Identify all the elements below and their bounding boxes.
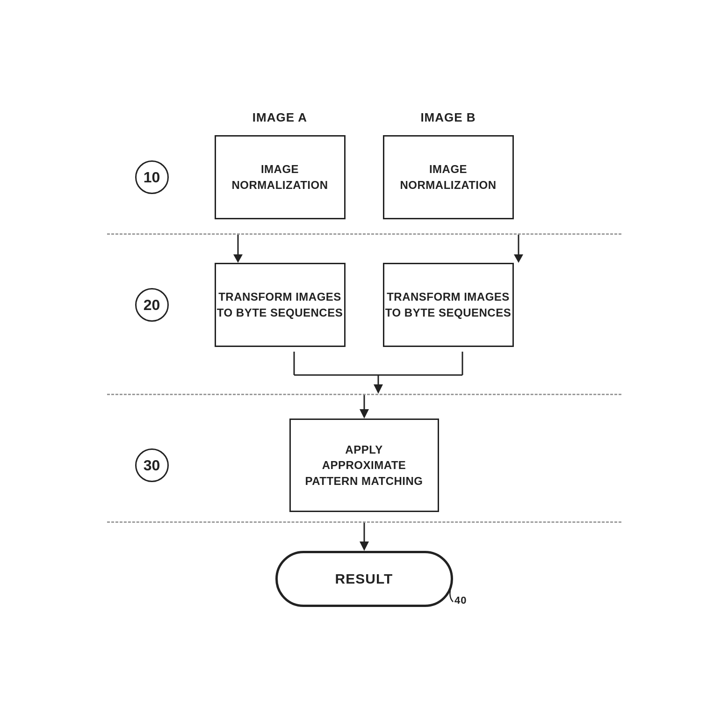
- arrow-down-left-1: [229, 235, 247, 263]
- arrow-before-30: [355, 395, 374, 419]
- transform-boxes: TRANSFORM IMAGESTO BYTE SEQUENCES TRANSF…: [215, 263, 514, 347]
- arrow-before-result: [355, 523, 374, 551]
- transform-box-b: TRANSFORM IMAGESTO BYTE SEQUENCES: [383, 263, 514, 347]
- normalization-box-a: IMAGENORMALIZATION: [215, 135, 346, 219]
- arrow-down-right-1: [509, 235, 528, 263]
- result-badge-svg: 40: [446, 583, 479, 606]
- section-20: 20 TRANSFORM IMAGESTO BYTE SEQUENCES TRA…: [107, 263, 621, 352]
- merge-svg: [229, 352, 528, 394]
- arrow-down-4: [355, 523, 374, 551]
- section-40: RESULT 40: [107, 551, 621, 626]
- arrow-down-3: [355, 395, 374, 419]
- image-b-label: IMAGE B: [383, 110, 514, 125]
- badge-30: 30: [135, 448, 169, 482]
- svg-marker-1: [233, 254, 243, 263]
- svg-marker-12: [360, 542, 369, 551]
- flowchart-diagram: IMAGE A IMAGE B 10 IMAGENORMALIZATION IM…: [107, 96, 621, 626]
- normalization-box-b: IMAGENORMALIZATION: [383, 135, 514, 219]
- svg-marker-3: [514, 254, 523, 263]
- result-box: RESULT 40: [275, 551, 453, 607]
- normalization-boxes: IMAGENORMALIZATION IMAGENORMALIZATION: [215, 135, 514, 219]
- result-badge: 40: [446, 583, 479, 609]
- section-30: 30 APPLYAPPROXIMATEPATTERN MATCHING: [107, 419, 621, 521]
- pattern-matching-box: APPLYAPPROXIMATEPATTERN MATCHING: [289, 419, 439, 512]
- merge-arrow-area: [229, 352, 528, 394]
- badge-10: 10: [135, 160, 169, 194]
- svg-text:40: 40: [454, 594, 467, 606]
- section-10: 10 IMAGENORMALIZATION IMAGENORMALIZATION: [107, 130, 621, 233]
- image-labels-row: IMAGE A IMAGE B: [215, 110, 514, 125]
- transform-box-a: TRANSFORM IMAGESTO BYTE SEQUENCES: [215, 263, 346, 347]
- image-a-label: IMAGE A: [215, 110, 346, 125]
- svg-marker-10: [360, 409, 369, 419]
- badge-20: 20: [135, 288, 169, 322]
- svg-marker-8: [374, 384, 383, 394]
- arrows-after-10: [229, 235, 528, 263]
- result-label: RESULT: [335, 571, 393, 587]
